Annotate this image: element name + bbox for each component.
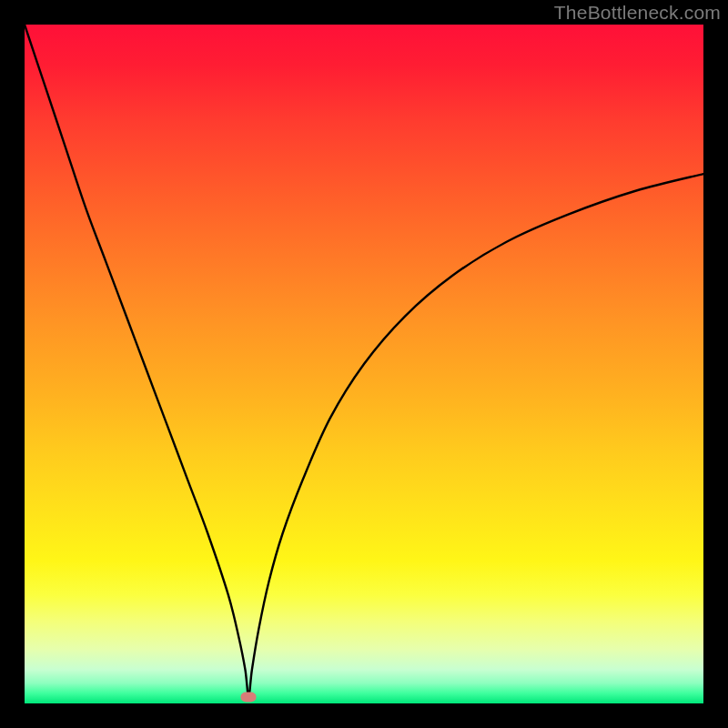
minimum-marker (241, 692, 257, 702)
plot-area (25, 25, 703, 703)
watermark-text: TheBottleneck.com (554, 2, 721, 24)
bottleneck-curve (25, 25, 703, 703)
chart-frame: TheBottleneck.com (0, 0, 728, 728)
